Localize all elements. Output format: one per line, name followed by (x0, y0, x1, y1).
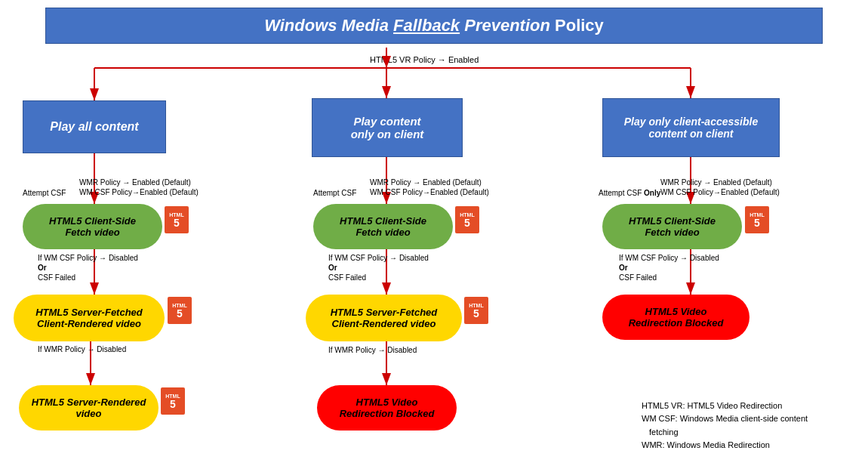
col3-red-oval: HTML5 VideoRedirection Blocked (602, 295, 749, 340)
col1-yellow-oval1: HTML5 Server-FetchedClient-Rendered vide… (14, 295, 165, 341)
col1-html5-badge-yellow1: HTML 5 (168, 297, 192, 324)
col2-green-oval: HTML5 Client-SideFetch video (313, 204, 453, 249)
title-fallback: Fallback (393, 16, 460, 35)
col3-if-wm-csf: If WM CSF Policy → Disabled (619, 254, 719, 262)
col2-csf-failed: CSF Failed (328, 273, 366, 282)
col3-green-oval: HTML5 Client-SideFetch video (602, 204, 742, 249)
col1-html5-badge-yellow2: HTML 5 (161, 387, 185, 415)
col1-attempt-csf: Attempt CSF (23, 189, 66, 197)
col2-yellow-oval: HTML5 Server-FetchedClient-Rendered vide… (306, 295, 462, 341)
col1-html5-badge-green: HTML 5 (165, 206, 189, 233)
col3-wmr-policy: WMR Policy → Enabled (Default) (660, 178, 772, 187)
col3-attempt-csf: Attempt CSF Only (599, 189, 660, 197)
legend-line1: HTML5 VR: HTML5 Video Redirection (642, 400, 853, 413)
vr-policy-label: HTML5 VR Policy → Enabled (370, 55, 479, 64)
col2-if-wm-csf: If WM CSF Policy → Disabled (328, 254, 429, 262)
col3-blue-box: Play only client-accessiblecontent on cl… (602, 98, 780, 157)
col2-if-wmr: If WMR Policy → Disabled (328, 346, 417, 354)
diagram: Windows Media Fallback Prevention Policy… (0, 0, 868, 466)
col1-blue-box: Play all content (23, 100, 166, 153)
col3-or1: Or (619, 264, 628, 272)
legend: HTML5 VR: HTML5 Video Redirection WM CSF… (642, 400, 853, 452)
title-policy: Policy (550, 16, 604, 35)
title-prefix: Windows Media (264, 16, 393, 35)
legend-line3: fetching (642, 426, 853, 440)
col2-html5-badge-green: HTML 5 (455, 206, 479, 233)
col1-csf-failed: CSF Failed (38, 273, 75, 282)
legend-line4: WMR: Windows Media Redirection (642, 439, 853, 452)
title-box: Windows Media Fallback Prevention Policy (45, 8, 823, 44)
col1-wmr-policy: WMR Policy → Enabled (Default) (79, 178, 191, 187)
col1-if-wm-csf: If WM CSF Policy → Disabled (38, 254, 138, 262)
col2-wm-csf-policy: WM CSF Policy→Enabled (Default) (370, 188, 489, 196)
col3-wm-csf-policy: WM CSF Policy→Enabled (Default) (660, 188, 780, 196)
col2-red-oval: HTML5 VideoRedirection Blocked (317, 385, 457, 431)
col1-yellow-oval2: HTML5 Server-Renderedvideo (19, 385, 159, 431)
col2-or1: Or (328, 264, 337, 272)
col1-wm-csf-policy: WM CSF Policy→Enabled (Default) (79, 188, 199, 196)
legend-line2: WM CSF: Windows Media client-side conten… (642, 412, 853, 426)
col3-html5-badge-green: HTML 5 (745, 206, 769, 233)
col3-csf-failed: CSF Failed (619, 273, 657, 282)
col2-wmr-policy: WMR Policy → Enabled (Default) (370, 178, 482, 187)
col1-green-oval: HTML5 Client-SideFetch video (23, 204, 162, 249)
col2-attempt-csf: Attempt CSF (313, 189, 356, 197)
col2-blue-box: Play contentonly on client (312, 98, 463, 157)
col1-or1: Or (38, 264, 47, 272)
col2-html5-badge-yellow: HTML 5 (464, 297, 488, 324)
title-prevention: Prevention (460, 16, 550, 35)
col1-if-wmr: If WMR Policy → Disabled (38, 345, 126, 353)
